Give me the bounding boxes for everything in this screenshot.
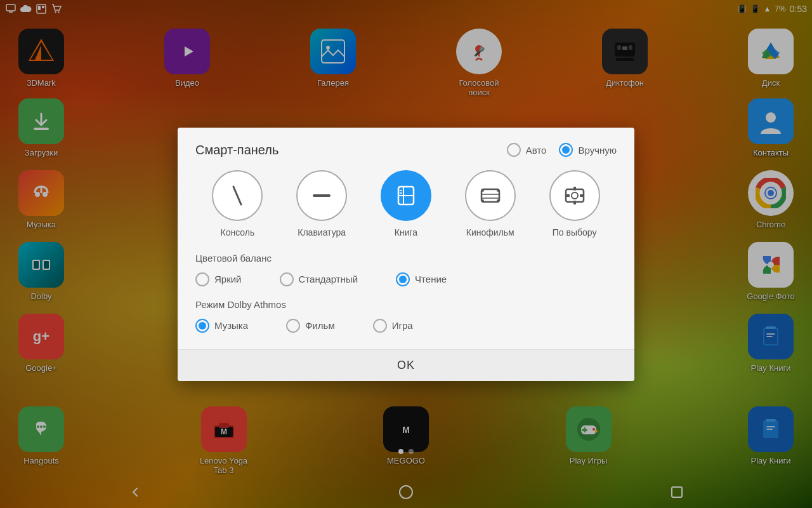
svg-rect-75	[566, 194, 570, 197]
ok-button[interactable]: OK	[187, 359, 625, 372]
smart-panel-dialog: Смарт-панель Авто Вручную	[178, 128, 634, 381]
keyboard-icon	[296, 170, 347, 221]
dolby-label: Режим Dolby Athmos	[195, 299, 617, 310]
dialog-overlay: Смарт-панель Авто Вручную	[0, 0, 812, 508]
panel-option-movie[interactable]: Кинофильм	[465, 170, 516, 237]
bright-option[interactable]: Яркий	[195, 272, 242, 286]
svg-point-68	[497, 199, 499, 202]
movie-label: Кинофильм	[466, 227, 514, 237]
svg-rect-73	[573, 187, 576, 190]
panel-option-keyboard[interactable]: Клавиатура	[296, 170, 347, 237]
panel-option-custom[interactable]: По выбору	[549, 170, 600, 237]
panel-option-console[interactable]: Консоль	[212, 170, 263, 237]
film-label: Фильм	[305, 320, 335, 331]
panel-options: Консоль Клавиатура	[195, 170, 617, 237]
color-balance-section: Цветовой баланс Яркий Стандартный Чтение	[195, 253, 617, 286]
bright-label: Яркий	[214, 274, 242, 284]
svg-point-67	[497, 189, 499, 192]
music-option[interactable]: Музыка	[195, 319, 248, 333]
book-icon	[381, 170, 431, 221]
manual-radio[interactable]	[559, 143, 573, 157]
film-option[interactable]: Фильм	[286, 319, 335, 333]
standard-label: Стандартный	[299, 274, 358, 284]
color-balance-label: Цветовой баланс	[195, 253, 617, 264]
svg-line-60	[233, 187, 241, 204]
manual-label: Вручную	[578, 145, 617, 156]
dialog-title: Смарт-панель	[195, 143, 278, 157]
bright-radio[interactable]	[195, 272, 209, 286]
movie-icon	[465, 170, 516, 221]
mode-radio-group: Авто Вручную	[507, 143, 617, 157]
panel-option-book[interactable]: Книга	[381, 170, 431, 237]
dolby-radio-row: Музыка Фильм Игра	[195, 319, 617, 333]
standard-option[interactable]: Стандартный	[280, 272, 358, 286]
dialog-content: Смарт-панель Авто Вручную	[178, 128, 634, 349]
console-label: Консоль	[221, 227, 255, 237]
console-icon	[212, 170, 263, 221]
reading-option[interactable]: Чтение	[396, 272, 447, 286]
keyboard-label: Клавиатура	[298, 227, 346, 237]
film-radio[interactable]	[286, 319, 300, 333]
standard-radio[interactable]	[280, 272, 294, 286]
color-radio-row: Яркий Стандартный Чтение	[195, 272, 617, 286]
dolby-section: Режим Dolby Athmos Музыка Фильм Игра	[195, 299, 617, 333]
auto-label: Авто	[526, 145, 547, 156]
svg-rect-64	[481, 189, 499, 202]
manual-option[interactable]: Вручную	[559, 143, 617, 157]
game-label: Игра	[392, 320, 413, 331]
music-label: Музыка	[214, 320, 248, 331]
svg-point-72	[572, 192, 578, 199]
svg-point-65	[481, 189, 484, 192]
svg-rect-61	[313, 194, 331, 197]
game-radio[interactable]	[373, 319, 387, 333]
auto-radio[interactable]	[507, 143, 521, 157]
custom-label: По выбору	[553, 227, 597, 237]
svg-rect-76	[580, 194, 584, 197]
book-label: Книга	[395, 227, 417, 237]
dialog-footer: OK	[178, 349, 634, 381]
music-radio[interactable]	[195, 319, 209, 333]
auto-option[interactable]: Авто	[507, 143, 547, 157]
svg-point-66	[481, 199, 484, 202]
custom-icon	[549, 170, 600, 221]
dialog-header: Смарт-панель Авто Вручную	[195, 143, 617, 157]
reading-radio[interactable]	[396, 272, 410, 286]
game-option[interactable]: Игра	[373, 319, 413, 333]
reading-label: Чтение	[415, 274, 447, 284]
svg-rect-74	[573, 201, 576, 204]
